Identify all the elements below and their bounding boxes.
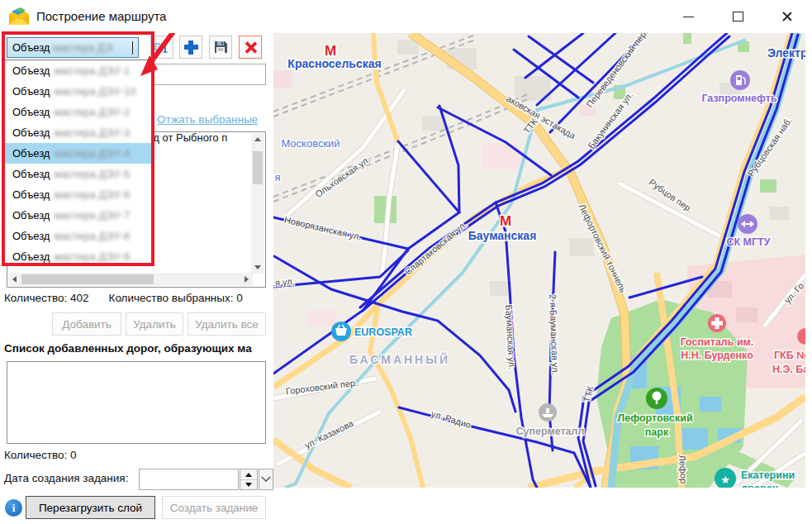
dropdown-item[interactable]: Объездмастера ДЭУ-8 [5, 226, 153, 246]
metro-icon: М [325, 43, 336, 59]
svg-text:Электро: Электро [767, 46, 805, 60]
map-canvas[interactable]: Ольховская ул. Новорязанская ул. я ул. С… [273, 33, 805, 488]
count-added: Количество: 0 [4, 449, 77, 461]
list-item[interactable]: -д от Рыбного п [150, 131, 245, 144]
hospital-icon [708, 314, 726, 332]
supermetall-icon [539, 403, 557, 422]
create-task-button[interactable]: Создать задание [162, 496, 266, 519]
route-dropdown-list[interactable]: Объездмастера ДЭУ-1 Объездмастера ДЭУ-10… [4, 60, 154, 266]
svg-text:парк: парк [645, 426, 669, 438]
maximize-icon [733, 12, 743, 21]
svg-text:Госпиталь им.: Госпиталь им. [681, 336, 754, 348]
info-icon: i [5, 499, 22, 517]
app-window: Построение маршрута Объезд мастера ДЭ [0, 0, 812, 524]
dropdown-item[interactable]: Объездмастера ДЭУ-2 [5, 102, 153, 122]
park-icon [646, 388, 667, 409]
triangle-down-icon [245, 483, 252, 487]
deselect-all-link[interactable]: Отжать выбранные [157, 113, 258, 126]
svg-text:Суперметалл: Суперметалл [516, 426, 585, 437]
svg-text:Московский: Московский [281, 137, 340, 150]
date-dropdown-button[interactable] [259, 469, 273, 490]
spin-down-button[interactable] [240, 479, 257, 489]
svg-text:Бауманская: Бауманская [468, 229, 537, 242]
close-button[interactable] [773, 5, 801, 28]
svg-text:я ул.: я ул. [274, 276, 295, 288]
dropdown-item[interactable]: Объездмастера ДЭУ-7 [5, 205, 153, 226]
combo-value-redacted: мастера ДЭ [53, 41, 112, 54]
horizontal-scrollbar[interactable] [8, 273, 253, 286]
dropdown-item-selected[interactable]: Объездмастера ДЭУ-4 [5, 143, 153, 164]
svg-text:БАСМАННЫЙ: БАСМАННЫЙ [349, 352, 450, 366]
window-title: Построение маршрута [36, 9, 166, 23]
svg-text:Лефортовский: Лефортовский [617, 412, 692, 424]
add-button[interactable]: Добавить [52, 312, 121, 336]
add-route-button[interactable] [179, 36, 202, 59]
date-label: Дата создания задания: [4, 472, 128, 484]
reload-layer-button[interactable]: Перезагрузить слой [26, 496, 155, 519]
gas-station-icon [730, 70, 750, 90]
scroll-left-icon [12, 276, 17, 283]
metro-icon: М [500, 213, 511, 229]
minimize-button[interactable] [674, 5, 702, 28]
svg-text:Лефор: Лефор [677, 455, 689, 484]
count-selected: Количество выбранных: 0 [109, 292, 243, 304]
horizontal-scroll-thumb[interactable] [21, 274, 154, 284]
dropdown-item[interactable]: Объездмастера ДЭУ-9 [5, 246, 153, 266]
date-input[interactable] [139, 469, 239, 490]
svg-text:Красносельская: Красносельская [287, 57, 381, 70]
chevron-down-icon [261, 473, 270, 482]
save-icon [213, 40, 228, 55]
scroll-up-icon [254, 137, 261, 141]
titlebar: Построение маршрута [0, 0, 812, 33]
rename-route-button[interactable] [150, 36, 173, 59]
svg-text:EUROSPAR: EUROSPAR [354, 326, 412, 338]
svg-text:СК МГТУ: СК МГТУ [726, 236, 770, 248]
svg-text:Газпромнефть: Газпромнефть [701, 93, 777, 104]
svg-text:я: я [274, 171, 280, 183]
dropdown-item[interactable]: Объездмастера ДЭУ-6 [5, 184, 153, 205]
x-icon [245, 41, 257, 54]
close-icon [781, 11, 793, 22]
rename-icon [154, 40, 169, 55]
remove-button[interactable]: Удалить [126, 312, 183, 336]
dropdown-item[interactable]: Объездмастера ДЭУ-1 [5, 60, 153, 81]
svg-text:Екатерини: Екатерини [741, 469, 795, 481]
added-roads-listbox[interactable] [7, 361, 266, 444]
route-panel: Объезд мастера ДЭ Отж [0, 33, 273, 524]
svg-text:Н.Н. Бурденко: Н.Н. Бурденко [681, 350, 753, 361]
dropdown-item[interactable]: Объездмастера ДЭУ-3 [5, 122, 153, 143]
added-roads-label: Список добавленных дорог, образующих ма [4, 342, 273, 355]
vertical-scrollbar[interactable] [251, 133, 264, 274]
scroll-right-icon [245, 276, 249, 283]
plus-icon [184, 40, 198, 55]
triangle-up-icon [245, 473, 252, 477]
svg-text:Н.Э. Ба: Н.Э. Ба [772, 364, 805, 375]
eurospar-icon [331, 322, 351, 341]
vertical-scroll-thumb[interactable] [253, 151, 263, 184]
dropdown-item[interactable]: Объездмастера ДЭУ-5 [5, 164, 153, 184]
sport-complex-icon [738, 214, 757, 234]
minimize-icon [683, 17, 694, 17]
remove-all-button[interactable]: Удалить все [188, 312, 266, 336]
svg-text:ГКБ №: ГКБ № [774, 350, 805, 361]
dropdown-item[interactable]: Объездмастера ДЭУ-10 [5, 81, 153, 102]
scroll-down-icon [254, 265, 261, 269]
combo-value: Объезд [12, 41, 50, 54]
app-icon [8, 7, 30, 26]
maximize-button[interactable] [724, 5, 752, 28]
save-route-button[interactable] [209, 36, 232, 59]
delete-route-button[interactable] [239, 36, 262, 59]
chevron-down-icon [132, 41, 133, 54]
svg-text:★: ★ [720, 474, 730, 486]
route-combobox[interactable]: Объезд мастера ДЭ [7, 37, 139, 58]
count-total: Количество: 402 [4, 292, 89, 304]
date-spinner[interactable] [240, 469, 258, 490]
svg-text:дворец: дворец [741, 483, 779, 488]
